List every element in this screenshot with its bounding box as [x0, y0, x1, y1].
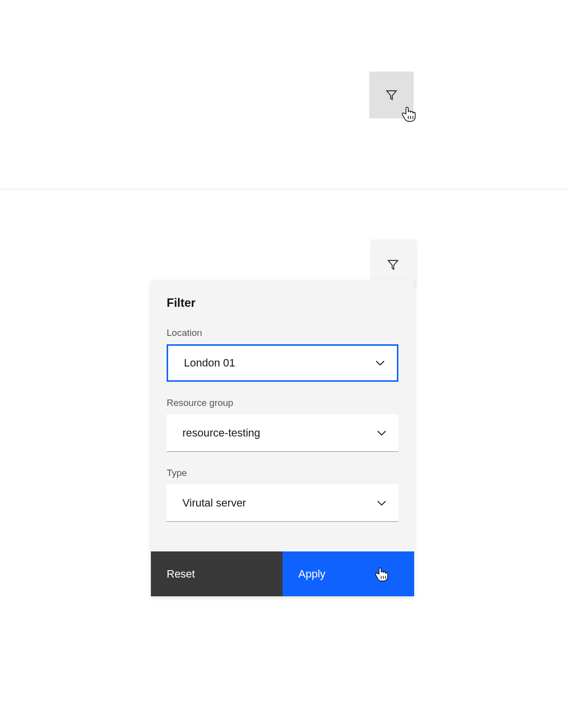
filter-panel-footer: Reset Apply	[151, 551, 414, 596]
cursor-pointer-icon	[375, 566, 389, 582]
filter-icon	[385, 89, 398, 102]
filter-panel-body: Filter Location London 01 Resource group…	[151, 280, 414, 551]
section-divider	[0, 189, 568, 189]
dropdown-location[interactable]: London 01	[167, 344, 398, 382]
filter-panel: Filter Location London 01 Resource group…	[151, 280, 414, 596]
field-location: Location London 01	[167, 328, 398, 382]
filter-toggle-button[interactable]	[369, 72, 414, 118]
chevron-down-icon	[377, 430, 387, 436]
dropdown-value-resource-group: resource-testing	[182, 427, 260, 439]
field-label-location: Location	[167, 328, 398, 338]
filter-popover: Filter Location London 01 Resource group…	[151, 243, 416, 596]
dropdown-resource-group[interactable]: resource-testing	[167, 414, 398, 452]
filter-title: Filter	[167, 296, 398, 310]
field-resource-group: Resource group resource-testing	[167, 398, 398, 452]
apply-button-label: Apply	[298, 568, 325, 581]
field-type: Type Virutal server	[167, 468, 398, 522]
field-label-resource-group: Resource group	[167, 398, 398, 408]
chevron-down-icon	[377, 500, 387, 506]
dropdown-type[interactable]: Virutal server	[167, 484, 398, 522]
dropdown-value-location: London 01	[184, 357, 235, 369]
chevron-down-icon	[375, 360, 385, 366]
reset-button-label: Reset	[167, 568, 195, 581]
apply-button[interactable]: Apply	[283, 551, 414, 596]
reset-button[interactable]: Reset	[151, 551, 283, 596]
field-label-type: Type	[167, 468, 398, 478]
dropdown-value-type: Virutal server	[182, 497, 246, 510]
filter-icon	[387, 258, 399, 271]
